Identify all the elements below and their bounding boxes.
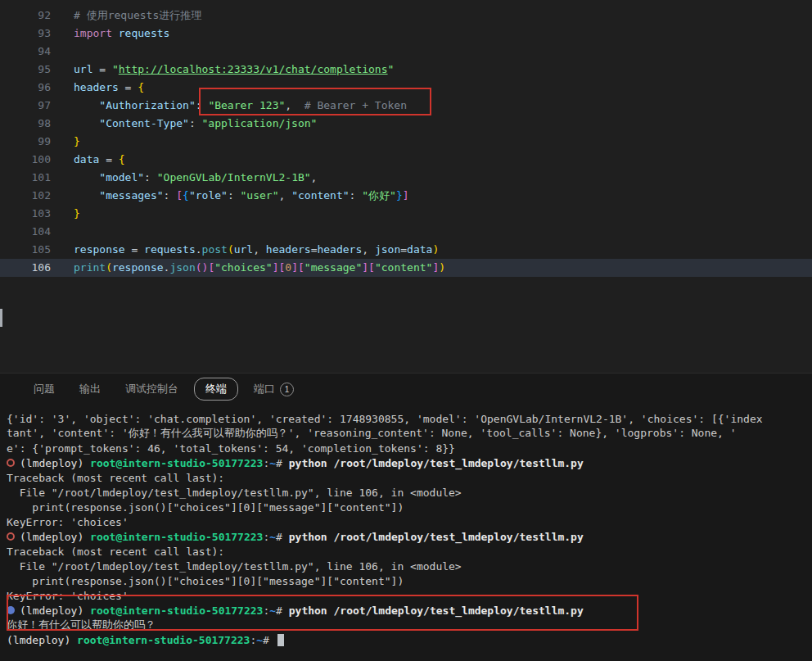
terminal-line: (lmdeploy) root@intern-studio-50177223:~… bbox=[7, 529, 812, 544]
code-token: " bbox=[388, 63, 395, 75]
code-token: : bbox=[164, 189, 177, 201]
code-token: { bbox=[138, 81, 144, 93]
code-text: response = requests.post(url, headers=he… bbox=[51, 241, 439, 259]
terminal-text: # bbox=[276, 604, 289, 617]
code-token: = bbox=[92, 63, 111, 75]
terminal-line: print(response.json()["choices"][0]["mes… bbox=[7, 573, 812, 588]
code-line: 95url = "http://localhost:23333/v1/chat/… bbox=[0, 61, 812, 79]
code-token: , bbox=[362, 243, 375, 256]
terminal-text: python /root/lmdeploy/test_lmdeploy/test… bbox=[289, 604, 584, 617]
panel-tab-bar: 问题输出调试控制台终端端口1 bbox=[0, 374, 812, 405]
code-token: "你好" bbox=[362, 189, 396, 201]
code-token: "content" bbox=[291, 189, 349, 201]
code-token: ( bbox=[196, 261, 202, 274]
line-number: 103 bbox=[0, 205, 51, 223]
panel-tab-ports[interactable]: 端口1 bbox=[245, 378, 303, 401]
code-token: response bbox=[112, 261, 164, 274]
code-token: data bbox=[407, 243, 432, 256]
code-token bbox=[74, 117, 99, 129]
terminal-text: (lmdeploy) bbox=[7, 634, 77, 646]
code-text: } bbox=[51, 205, 80, 223]
terminal-text: ~ bbox=[269, 531, 276, 543]
terminal-text: print(response.json()["choices"][0]["mes… bbox=[7, 575, 404, 587]
code-line: 99} bbox=[0, 133, 812, 151]
code-token: ] bbox=[362, 261, 368, 274]
code-text: headers = { bbox=[51, 79, 144, 97]
terminal-text: : bbox=[263, 531, 269, 543]
code-text bbox=[51, 43, 74, 61]
terminal-text: tant', 'content': '你好！有什么我可以帮助你的吗？', 're… bbox=[7, 426, 737, 441]
code-token: headers bbox=[74, 81, 119, 93]
terminal-text: e': {'prompt_tokens': 46, 'total_tokens'… bbox=[7, 442, 455, 455]
code-token: = bbox=[119, 81, 138, 93]
code-token: "OpenGVLab/InternVL2-1B" bbox=[157, 171, 311, 183]
code-token: { bbox=[119, 153, 125, 165]
code-token bbox=[74, 99, 99, 111]
code-token: [ bbox=[176, 189, 183, 201]
code-token: , bbox=[253, 243, 266, 256]
terminal-text: (lmdeploy) bbox=[20, 457, 90, 469]
terminal-text: python /root/lmdeploy/test_lmdeploy/test… bbox=[289, 531, 584, 543]
code-token: "application/json" bbox=[202, 117, 318, 129]
terminal-text: 你好！有什么可以帮助你的吗？ bbox=[7, 618, 156, 632]
code-token: print bbox=[74, 261, 106, 274]
terminal-text: root@intern-studio-50177223 bbox=[77, 634, 250, 646]
line-number: 92 bbox=[0, 7, 51, 25]
terminal-text: # bbox=[276, 531, 289, 543]
command-failed-icon[interactable] bbox=[7, 532, 15, 541]
code-token: [ bbox=[298, 261, 304, 274]
code-token: 0 bbox=[285, 261, 291, 274]
code-line: 104 bbox=[0, 223, 812, 241]
code-token: post bbox=[202, 243, 228, 256]
code-token: # 使用requests进行推理 bbox=[74, 9, 201, 21]
terminal-line: (lmdeploy) root@intern-studio-50177223:~… bbox=[7, 603, 812, 618]
code-text: print(response.json()["choices"][0]["mes… bbox=[51, 259, 445, 277]
line-number: 98 bbox=[0, 115, 51, 133]
code-text: "model": "OpenGVLab/InternVL2-1B", bbox=[51, 169, 317, 187]
code-line: 100data = { bbox=[0, 151, 812, 169]
code-token: , bbox=[279, 189, 292, 201]
panel-tab-problems[interactable]: 问题 bbox=[25, 378, 64, 401]
terminal-text: # bbox=[263, 634, 276, 646]
command-run-icon[interactable] bbox=[7, 606, 15, 614]
code-token: "Bearer 123" bbox=[208, 99, 285, 111]
code-text: # 使用requests进行推理 bbox=[51, 7, 201, 25]
terminal-line: KeyError: 'choices' bbox=[7, 588, 812, 603]
code-token: , bbox=[311, 171, 318, 183]
code-token: "messages" bbox=[99, 189, 163, 201]
terminal-output[interactable]: {'id': '3', 'object': 'chat.completion',… bbox=[0, 405, 812, 661]
terminal-text: File "/root/lmdeploy/test_lmdeploy/testl… bbox=[7, 560, 462, 573]
code-token: "choices" bbox=[214, 261, 272, 274]
line-number: 102 bbox=[0, 187, 51, 205]
line-number: 104 bbox=[0, 223, 51, 241]
terminal-text: KeyError: 'choices' bbox=[7, 590, 129, 602]
terminal-line: e': {'prompt_tokens': 46, 'total_tokens'… bbox=[7, 441, 812, 455]
code-line: 106print(response.json()["choices"][0]["… bbox=[0, 259, 812, 277]
code-token: json bbox=[375, 243, 400, 256]
code-token: ( bbox=[228, 243, 234, 256]
panel-tab-label: 调试控制台 bbox=[125, 382, 178, 396]
code-token: headers bbox=[266, 243, 311, 256]
terminal-text: root@intern-studio-50177223 bbox=[90, 531, 263, 543]
code-text: "messages": [{"role": "user", "content":… bbox=[51, 187, 409, 205]
code-token: import bbox=[74, 27, 112, 39]
terminal-text: {'id': '3', 'object': 'chat.completion',… bbox=[7, 413, 763, 425]
terminal-line: 你好！有什么可以帮助你的吗？ bbox=[7, 618, 812, 632]
vscode-window: 92# 使用requests进行推理93import requests9495u… bbox=[0, 0, 812, 661]
code-editor[interactable]: 92# 使用requests进行推理93import requests9495u… bbox=[0, 0, 812, 373]
code-token: requests bbox=[144, 243, 196, 256]
panel-tab-terminal[interactable]: 终端 bbox=[194, 378, 238, 401]
left-edge-marker bbox=[0, 309, 2, 327]
command-failed-icon[interactable] bbox=[7, 459, 15, 467]
terminal-text: : bbox=[263, 457, 269, 469]
code-token: ] bbox=[403, 189, 409, 201]
line-number: 94 bbox=[0, 43, 51, 61]
terminal-text: File "/root/lmdeploy/test_lmdeploy/testl… bbox=[7, 487, 462, 499]
line-number: 96 bbox=[0, 79, 51, 97]
terminal-cursor bbox=[277, 634, 284, 646]
line-number: 101 bbox=[0, 169, 51, 187]
code-token: requests bbox=[112, 27, 169, 39]
code-token: response bbox=[74, 243, 125, 256]
panel-tab-debug-console[interactable]: 调试控制台 bbox=[116, 378, 187, 401]
panel-tab-output[interactable]: 输出 bbox=[70, 378, 110, 401]
